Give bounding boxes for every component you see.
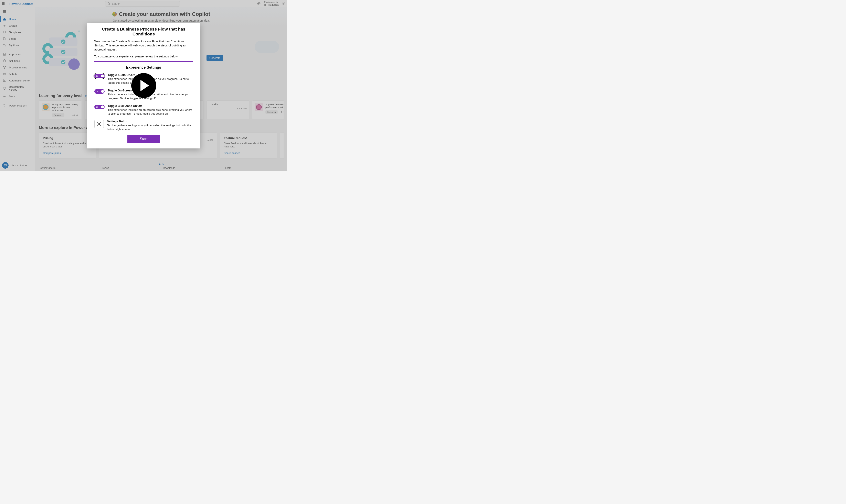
toggle-label: On: [96, 106, 99, 108]
setting-title: Settings Button: [107, 120, 193, 123]
modal-intro-1: Welcome to the Create a Business Process…: [94, 39, 193, 52]
play-button[interactable]: [131, 73, 156, 98]
settings-gear-icon: [94, 120, 104, 128]
toggle-label: On: [96, 75, 99, 77]
modal-title: Create a Business Process Flow that has …: [94, 27, 193, 36]
setting-clickzone: On Toggle Click Zone On/OffThis experien…: [94, 104, 193, 116]
setting-body: This experience includes an on-screen cl…: [108, 108, 192, 115]
modal-intro-2: To customize your experience, please rev…: [94, 54, 193, 58]
toggle-onscreen[interactable]: On: [94, 89, 105, 94]
setting-title: Toggle Click Zone On/Off: [108, 104, 193, 108]
settings-heading: Experience Settings: [94, 65, 193, 70]
setting-settingsbtn: Settings ButtonTo change these settings …: [94, 120, 193, 131]
toggle-clickzone[interactable]: On: [94, 105, 105, 109]
modal-divider: [94, 61, 193, 62]
toggle-audio[interactable]: On: [94, 74, 105, 78]
svg-point-22: [99, 123, 100, 125]
start-button[interactable]: Start: [127, 135, 160, 143]
toggle-label: On: [96, 90, 99, 93]
setting-body: To change these settings at any time, se…: [107, 124, 191, 131]
